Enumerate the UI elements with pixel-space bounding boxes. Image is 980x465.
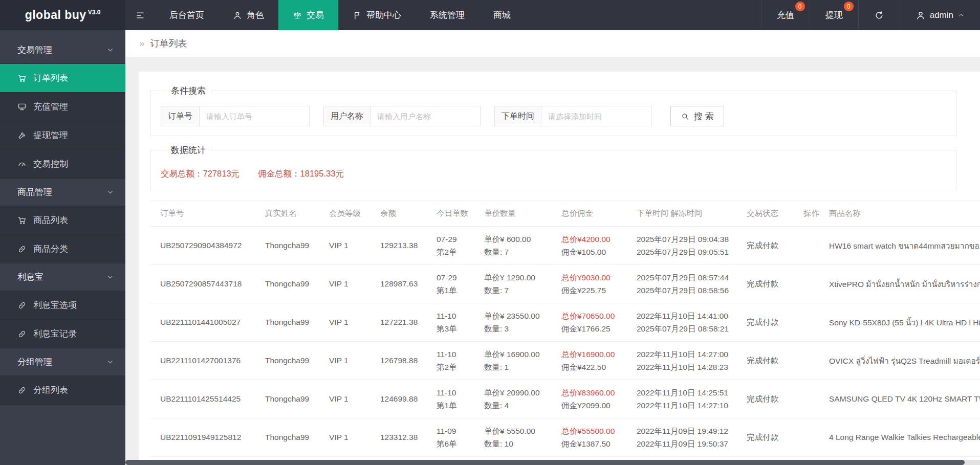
nav-item-roles[interactable]: 角色	[219, 0, 278, 30]
sidebar-group-header-group-management[interactable]: 分组管理	[0, 348, 125, 376]
nav-item-mall[interactable]: 商城	[479, 0, 525, 30]
column-header: 余额	[370, 201, 426, 227]
sidebar-item-group-list[interactable]: 分组列表	[0, 376, 125, 405]
balance: 124699.88	[370, 380, 426, 418]
real-name: Thongcha99	[255, 342, 319, 380]
recharge-label: 充值	[777, 9, 794, 21]
link-icon	[17, 301, 27, 310]
sidebar-item-label: 订单列表	[33, 72, 68, 84]
trade-status: 完成付款	[736, 418, 793, 457]
today-orders: 11-10第1单	[426, 380, 474, 418]
link-icon	[17, 245, 27, 254]
brand-version: V3.0	[88, 9, 101, 16]
admin-user-menu[interactable]: admin	[900, 0, 980, 30]
sidebar-group-label: 商品管理	[17, 186, 52, 198]
vip-level: VIP 1	[319, 303, 370, 342]
balance: 129213.38	[370, 227, 426, 265]
real-name: Thongcha99	[255, 303, 319, 342]
order-unfreeze-times: 2022年11月10日 14:27:002022年11月10日 14:28:23	[626, 342, 736, 380]
scales-icon	[293, 11, 302, 20]
search-button-label: 搜 索	[694, 110, 714, 122]
withdraw-shortcut[interactable]: 提现 0	[810, 0, 858, 30]
today-orders: 11-10第3单	[426, 303, 474, 342]
order-unfreeze-times: 2025年07月29日 08:57:442025年07月29日 08:58:56	[626, 265, 736, 303]
nav-item-system[interactable]: 系统管理	[416, 0, 479, 30]
vip-level: VIP 1	[319, 342, 370, 380]
unit-price-quantity: 单价¥ 1290.00数量: 7	[474, 265, 551, 303]
recharge-shortcut[interactable]: 充值 0	[761, 0, 810, 30]
total-price-commission: 总价¥70650.00佣金¥1766.25	[551, 303, 626, 342]
flag-icon	[353, 11, 362, 20]
sidebar-item-interest-options[interactable]: 利息宝选项	[0, 291, 125, 320]
brand-logo: global buyV3.0	[0, 0, 125, 30]
total-price-commission: 总价¥4200.00佣金¥105.00	[551, 227, 626, 265]
today-orders: 07-29第2单	[426, 227, 474, 265]
sidebar-group-label: 利息宝	[17, 271, 43, 283]
column-header: 交易状态	[736, 201, 793, 227]
recharge-badge: 0	[795, 2, 805, 11]
balance: 128987.63	[370, 265, 426, 303]
order-id: UB2507290904384972	[150, 227, 255, 265]
chevron-down-icon	[106, 188, 114, 196]
unit-price-quantity: 单价¥ 23550.00数量: 3	[474, 303, 551, 342]
sidebar-group-header-goods-management[interactable]: 商品管理	[0, 179, 125, 206]
stats-row: 交易总额：727813元 佣金总额：18195.33元	[161, 165, 946, 181]
sidebar-item-withdraw-management[interactable]: 提现管理	[0, 121, 125, 150]
column-header: 订单号	[150, 201, 255, 227]
sidebar-toggle-button[interactable]	[125, 0, 155, 30]
billboard-icon	[17, 102, 27, 112]
vip-level: VIP 1	[319, 265, 370, 303]
total-price-commission: 总价¥83960.00佣金¥2099.00	[551, 380, 626, 418]
horizontal-scrollbar[interactable]	[125, 460, 980, 465]
order-time-field: 下单时间	[494, 106, 651, 126]
order-unfreeze-times: 2022年11月09日 19:49:122022年11月09日 19:50:37	[626, 418, 736, 457]
sidebar-item-label: 分组列表	[33, 384, 68, 396]
order-no-input[interactable]	[200, 106, 310, 126]
search-button[interactable]: 搜 索	[670, 106, 724, 126]
column-header: 真实姓名	[255, 201, 319, 227]
nav-item-label: 交易	[307, 9, 324, 21]
nav-item-dashboard[interactable]: 后台首页	[155, 0, 219, 30]
order-time-label: 下单时间	[494, 106, 541, 126]
nav-item-help-center[interactable]: 帮助中心	[338, 0, 416, 30]
column-header: 总价佣金	[551, 201, 626, 227]
scrollbar-thumb[interactable]	[125, 460, 965, 465]
username-input[interactable]	[371, 106, 481, 126]
balance: 127221.38	[370, 303, 426, 342]
operation	[793, 303, 819, 342]
sidebar-item-order-list[interactable]: 订单列表	[0, 64, 125, 93]
order-no-field: 订单号	[161, 106, 310, 126]
sidebar-item-goods-list[interactable]: 商品列表	[0, 206, 125, 235]
sidebar-item-interest-records[interactable]: 利息宝记录	[0, 320, 125, 348]
sidebar-group-header-trade-management[interactable]: 交易管理	[0, 36, 125, 64]
table-header-row: 订单号真实姓名会员等级余额今日单数单价数量总价佣金下单时间 解冻时间交易状态操作…	[150, 201, 980, 227]
total-price-commission: 总价¥16900.00佣金¥422.50	[551, 342, 626, 380]
user-icon	[233, 11, 242, 20]
refresh-button[interactable]	[858, 0, 900, 30]
vip-level: VIP 1	[319, 227, 370, 265]
magnifier-icon	[681, 112, 689, 121]
table-body: UB2507290904384972Thongcha99VIP 1129213.…	[150, 227, 980, 465]
order-unfreeze-times: 2022年11月10日 14:25:512022年11月10日 14:27:10	[626, 380, 736, 418]
nav-item-trade[interactable]: 交易	[278, 0, 338, 30]
column-header: 下单时间 解冻时间	[626, 201, 736, 227]
nav-item-label: 帮助中心	[366, 9, 401, 21]
total-price-commission: 总价¥55500.00佣金¥1387.50	[551, 418, 626, 457]
sidebar-item-recharge-management[interactable]: 充值管理	[0, 93, 125, 121]
order-time-input[interactable]	[541, 106, 651, 126]
nav-item-label: 角色	[247, 9, 264, 21]
chevron-down-icon	[106, 273, 114, 281]
chevron-down-icon	[106, 46, 114, 54]
sidebar-group-trade-management: 交易管理订单列表充值管理提现管理交易控制	[0, 36, 125, 179]
trade-status: 完成付款	[736, 265, 793, 303]
sidebar-group-header-interest-treasure[interactable]: 利息宝	[0, 263, 125, 291]
sidebar-item-goods-category[interactable]: 商品分类	[0, 235, 125, 263]
sidebar-item-trade-control[interactable]: 交易控制	[0, 150, 125, 179]
operation	[793, 418, 819, 457]
real-name: Thongcha99	[255, 227, 319, 265]
today-orders: 11-09第6单	[426, 418, 474, 457]
total-price-commission: 总价¥9030.00佣金¥225.75	[551, 265, 626, 303]
sidebar-item-label: 利息宝记录	[33, 328, 77, 340]
product-name: Sony KD-55X80J (55 นิ้ว) l 4K Ultra HD l…	[819, 303, 980, 342]
order-unfreeze-times: 2022年11月10日 14:41:002025年07月29日 08:58:21	[626, 303, 736, 342]
